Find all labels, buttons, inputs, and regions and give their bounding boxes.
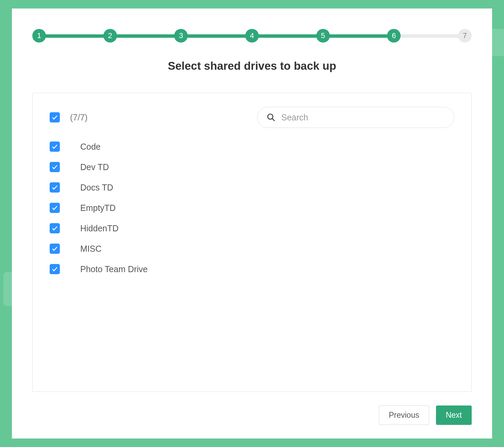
stepper-step-3[interactable]: 3 bbox=[174, 29, 188, 43]
check-icon bbox=[51, 204, 58, 211]
check-icon bbox=[51, 164, 58, 170]
content-box: (7/7) CodeDev TDDocs TDEmptyTDHiddenTDMI… bbox=[32, 93, 472, 392]
drive-checkbox[interactable] bbox=[50, 182, 60, 193]
selection-count: (7/7) bbox=[70, 113, 87, 122]
check-icon bbox=[51, 143, 58, 150]
drive-checkbox[interactable] bbox=[50, 162, 60, 172]
drive-row: Docs TD bbox=[50, 182, 454, 193]
stepper-step-5[interactable]: 5 bbox=[316, 29, 330, 43]
drive-row: MISC bbox=[50, 244, 454, 254]
next-button[interactable]: Next bbox=[436, 405, 472, 425]
drive-checkbox[interactable] bbox=[50, 244, 60, 254]
stepper-step-4[interactable]: 4 bbox=[245, 29, 259, 43]
check-icon bbox=[51, 245, 58, 252]
stepper: 1234567 bbox=[32, 29, 472, 43]
drive-row: Code bbox=[50, 142, 454, 152]
drive-label: MISC bbox=[80, 244, 102, 254]
drive-row: Dev TD bbox=[50, 162, 454, 172]
drive-label: Code bbox=[80, 142, 101, 152]
search-wrapper bbox=[257, 107, 454, 128]
footer-buttons: Previous Next bbox=[32, 405, 472, 425]
main-panel: 1234567 Select shared drives to back up … bbox=[12, 9, 492, 438]
select-all-checkbox[interactable] bbox=[50, 112, 60, 122]
drive-list: CodeDev TDDocs TDEmptyTDHiddenTDMISCPhot… bbox=[50, 142, 454, 274]
svg-line-1 bbox=[272, 118, 274, 121]
stepper-step-6[interactable]: 6 bbox=[387, 29, 401, 43]
drive-checkbox[interactable] bbox=[50, 264, 60, 274]
stepper-step-7[interactable]: 7 bbox=[458, 29, 472, 43]
drive-checkbox[interactable] bbox=[50, 142, 60, 152]
drive-row: EmptyTD bbox=[50, 203, 454, 213]
stepper-step-2[interactable]: 2 bbox=[103, 29, 117, 43]
search-icon bbox=[267, 113, 275, 122]
drive-label: HiddenTD bbox=[80, 224, 119, 233]
check-icon bbox=[51, 184, 58, 191]
check-icon bbox=[51, 266, 58, 272]
drive-row: HiddenTD bbox=[50, 223, 454, 233]
drive-checkbox[interactable] bbox=[50, 203, 60, 213]
content-header: (7/7) bbox=[50, 107, 454, 128]
previous-button[interactable]: Previous bbox=[379, 405, 429, 425]
drive-label: EmptyTD bbox=[80, 203, 116, 213]
drive-row: Photo Team Drive bbox=[50, 264, 454, 274]
drive-label: Dev TD bbox=[80, 162, 109, 172]
select-all-group: (7/7) bbox=[50, 112, 87, 122]
stepper-step-1[interactable]: 1 bbox=[32, 29, 46, 43]
check-icon bbox=[51, 114, 58, 121]
search-input[interactable] bbox=[257, 107, 454, 128]
check-icon bbox=[51, 225, 58, 232]
drive-checkbox[interactable] bbox=[50, 223, 60, 233]
drive-label: Photo Team Drive bbox=[80, 264, 148, 274]
page-title: Select shared drives to back up bbox=[32, 60, 472, 72]
drive-label: Docs TD bbox=[80, 183, 113, 193]
